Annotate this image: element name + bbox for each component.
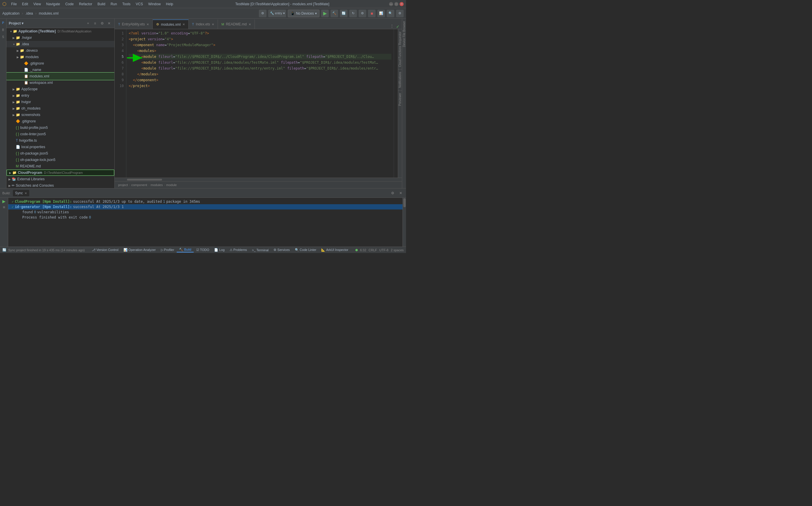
tree-item-modules-xml[interactable]: 📋 modules.xml [6,73,114,79]
coverage-button[interactable]: 📊 [377,10,385,17]
settings-button[interactable]: ⚙ [259,10,266,17]
tree-collapse-button[interactable]: ≡ [92,20,98,26]
folder-icon: 📁 [16,36,20,40]
menu-item-window[interactable]: Window [146,1,163,7]
reload-button[interactable]: ↻ [349,10,357,17]
tree-item-oh-package-lock[interactable]: { } oh-package-lock.json5 [6,157,114,163]
terminal-tab[interactable]: >_ Terminal [250,248,271,252]
search-button[interactable]: 🔍 [387,10,394,17]
build-tab[interactable]: 🔨 Build [177,247,194,252]
tree-item-idea[interactable]: ▾ 📁 .idea [6,41,114,47]
operation-analyzer-tab[interactable]: 📊 Operation Analyzer [121,248,158,252]
settings2-button[interactable]: ⚙ [396,10,404,17]
problems-tab[interactable]: ⚠ Problems [227,248,250,252]
tree-item-oh-package[interactable]: { } oh-package.json5 [6,150,114,157]
build-close-button[interactable]: ✕ [398,190,404,196]
tab-entryability[interactable]: T EntryAbility.ets ✕ [115,19,153,29]
menu-item-code[interactable]: Code [63,1,76,7]
menu-item-run[interactable]: Run [108,1,119,7]
tree-item-workspace-xml[interactable]: 📋 workspace.xml [6,79,114,86]
line-numbers: 1 2 3 4 5 6 7 8 9 10 [115,29,126,178]
build-button[interactable]: 🔨 [331,10,338,17]
build-scrollbar[interactable] [403,198,406,247]
tree-item-scratches[interactable]: ▶ ✏ Scratches and Consoles [6,182,114,188]
scrollbar-track[interactable] [394,29,398,178]
version-control-tab[interactable]: ⎇ Version Control [89,248,121,252]
services-tab[interactable]: ⚙ Services [271,248,292,252]
tree-add-button[interactable]: + [85,20,91,26]
tree-item-hvigorfile[interactable]: T hvigorfile.ts [6,137,114,144]
structure-sidebar-icon[interactable]: S [0,34,6,40]
tree-item-local-props[interactable]: 📄 local.properties [6,144,114,150]
h-scroll-thumb[interactable] [127,179,162,181]
tree-item-build-profile[interactable]: { } build-profile.json5 [6,124,114,131]
maximize-button[interactable]: □ [394,2,398,6]
menu-item-refactor[interactable]: Refactor [77,1,94,7]
build-run-icon[interactable]: ▶ [2,199,6,203]
menu-item-edit[interactable]: Edit [20,1,30,7]
tree-item-readme[interactable]: M README.md [6,163,114,169]
close-button[interactable]: ✕ [400,2,404,6]
device-file-browser-label[interactable]: Device File Browser [402,19,406,50]
tab-close-entryability[interactable]: ✕ [146,23,149,26]
tab-readme[interactable]: M README.md ✕ [218,19,255,29]
tree-item-external-libs[interactable]: ▶ 📚 External Libraries [6,176,114,182]
bookmarks-sidebar-icon[interactable]: B [0,27,6,33]
tree-item-code-linter[interactable]: { } code-linter.json5 [6,131,114,137]
run-button[interactable]: ▶ [321,10,329,17]
menu-item-navigate[interactable]: Navigate [44,1,62,7]
menu-item-file[interactable]: File [9,1,19,7]
code-content[interactable]: <?xml version="1.0" encoding="UTF-8"?> <… [126,29,394,178]
menu-item-view[interactable]: View [31,1,43,7]
tree-item-hvigor[interactable]: ▶ 📁 .hvigor [6,34,114,41]
log-tab[interactable]: 📄 Log [212,248,227,252]
menu-item-help[interactable]: Help [163,1,176,7]
profiler-tab[interactable]: ▷ Profiler [158,248,177,252]
tab-modules-xml[interactable]: ⚙ modules.xml ✕ [153,19,188,29]
tabs-menu-button[interactable]: ⋮ [389,23,395,29]
todo-tab[interactable]: ☑ TODO [194,248,211,252]
tree-close-button[interactable]: ✕ [106,20,112,26]
code-linter-tab[interactable]: 🔍 Code Linter [292,248,319,252]
tree-item-modules[interactable]: ▶ 📁 modules [6,54,114,60]
no-devices-chevron: ▾ [315,11,317,15]
tree-item-oh-modules[interactable]: ▶ 📁 oh_modules [6,105,114,111]
build-line-idgenerator[interactable]: ✓ id-generator [Npm Install]: successful… [8,204,403,209]
tree-settings-button[interactable]: ⚙ [99,20,105,26]
build-sync-tab[interactable]: Sync ✕ [13,190,29,196]
tree-item-application[interactable]: ▾ 📁 Application [TestMate] D:\TestMate\A… [6,28,114,34]
config-button[interactable]: ⚙ [359,10,366,17]
tab-close-readme[interactable]: ✕ [249,23,251,26]
tree-item-appscope[interactable]: ▶ 📁 AppScope [6,86,114,92]
sync-button[interactable]: 🔄 [340,10,347,17]
entry-dropdown[interactable]: 🔧 entry ▾ [268,10,286,17]
tab-index-ets[interactable]: T Index.ets ✕ [189,19,218,29]
tab-close-index-ets[interactable]: ✕ [212,23,214,26]
arkui-inspector-tab[interactable]: 📐 ArkUI Inspector [319,248,350,252]
tree-item-hvigor2[interactable]: ▶ 📁 hvigor [6,99,114,105]
menu-item-vcs[interactable]: VCS [133,1,145,7]
build-output[interactable]: ✓ CloudProgram [Npm Install]: successful… [8,198,403,247]
no-devices-button[interactable]: 📱 No Devices ▾ [288,10,320,17]
tree-item-deveco[interactable]: ▶ 📁 .deveco [6,47,114,54]
tree-item-entry[interactable]: ▶ 📁 entry [6,92,114,99]
previewer-panel-label[interactable]: Previewer [398,91,402,108]
stop-button[interactable]: ⏹ [368,10,376,17]
build-list-icon[interactable]: ≡ [3,205,5,209]
tree-item-gitignore-root[interactable]: 🔶 .gitignore [6,118,114,124]
minimize-button[interactable]: — [389,2,393,6]
build-scroll-thumb[interactable] [403,198,406,207]
menu-item-tools[interactable]: Tools [120,1,133,7]
tree-item-screenshots[interactable]: ▶ 📁 screenshots [6,111,114,118]
tree-item-cloudprogram[interactable]: ▶ 📁 CloudProgram D:\TestMate\CloudProgra… [6,169,114,176]
line-num-10: 10 [115,83,124,89]
tab-close-modules-xml[interactable]: ✕ [183,23,185,26]
tree-item-gitignore-idea[interactable]: 🔶 .gitignore [6,60,114,67]
cloud-functions-panel-label[interactable]: Cloud Functions Requestor [398,29,402,69]
menu-item-build[interactable]: Build [95,1,108,7]
tree-item-name[interactable]: 📄 ._name [6,67,114,73]
project-sidebar-icon[interactable]: P [0,20,6,26]
notifications-panel-label[interactable]: Notifications [398,70,402,90]
horizontal-scrollbar[interactable] [115,178,402,181]
build-settings-button[interactable]: ⚙ [390,190,396,196]
